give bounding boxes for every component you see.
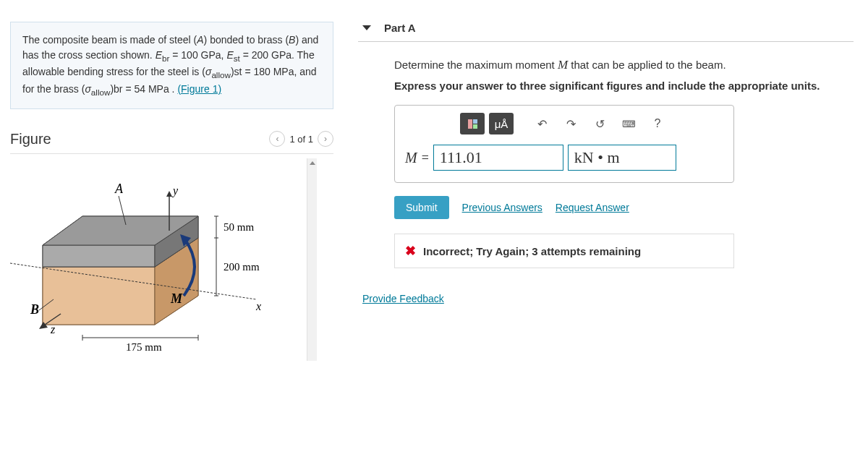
feedback-text: Incorrect; Try Again; 3 attempts remaini… <box>423 245 641 257</box>
help-button[interactable]: ? <box>645 113 670 134</box>
sym: E <box>226 49 233 61</box>
previous-answers-link[interactable]: Previous Answers <box>462 202 542 213</box>
figure-link[interactable]: (Figure 1) <box>177 83 221 95</box>
sym: E <box>156 49 162 61</box>
txt: )st <box>231 66 242 77</box>
svg-marker-1 <box>43 267 155 325</box>
question-var: M <box>558 58 568 72</box>
answer-box: μÅ ↶ ↷ ↺ ⌨ ? M = <box>394 105 734 183</box>
txt: The composite beam is made of steel ( <box>22 34 197 46</box>
svg-text:z: z <box>50 323 56 336</box>
svg-text:x: x <box>255 300 261 312</box>
collapse-caret-icon <box>362 25 371 30</box>
txt: = 100 GPa, <box>169 49 226 61</box>
answer-variable: M <box>405 150 417 166</box>
prev-figure-button[interactable]: ‹ <box>269 131 285 147</box>
feedback-message: ✖ Incorrect; Try Again; 3 attempts remai… <box>394 234 734 268</box>
templates-button[interactable] <box>460 113 485 134</box>
keyboard-icon: ⌨ <box>622 119 636 129</box>
request-answer-link[interactable]: Request Answer <box>556 202 629 213</box>
provide-feedback-link[interactable]: Provide Feedback <box>362 293 444 304</box>
incorrect-icon: ✖ <box>405 243 416 259</box>
help-icon: ? <box>655 117 661 130</box>
scroll-up-icon <box>310 161 315 165</box>
units-button[interactable]: μÅ <box>489 113 514 134</box>
var-a: A <box>197 34 203 46</box>
svg-marker-4 <box>43 245 155 267</box>
answer-toolbar: μÅ ↶ ↷ ↺ ⌨ ? <box>395 106 733 139</box>
sub: allow <box>211 70 231 80</box>
svg-text:50 mm: 50 mm <box>224 221 254 233</box>
svg-text:M: M <box>170 291 183 306</box>
undo-icon: ↶ <box>537 117 547 131</box>
sub: st <box>234 54 240 63</box>
part-header[interactable]: Part A <box>358 0 854 42</box>
redo-button[interactable]: ↷ <box>558 113 583 134</box>
equals-sign: = <box>422 150 429 166</box>
sym: σ <box>85 83 90 95</box>
svg-marker-8 <box>166 191 172 197</box>
figure-image: A y B z M x 50 mm 200 mm 175 mm <box>10 158 307 361</box>
figure-title: Figure <box>10 131 51 148</box>
answer-unit-input[interactable] <box>568 145 676 171</box>
sub: allow <box>91 87 111 96</box>
undo-button[interactable]: ↶ <box>529 113 554 134</box>
txt: ) bonded to brass ( <box>204 34 289 46</box>
question-text: Determine the maximum moment M that can … <box>394 58 854 72</box>
svg-text:A: A <box>114 181 124 196</box>
sub: br <box>162 54 169 63</box>
reset-icon: ↺ <box>595 117 605 131</box>
svg-text:B: B <box>30 302 39 317</box>
pager-text: 1 of 1 <box>289 134 313 145</box>
part-title: Part A <box>384 22 416 34</box>
templates-icon <box>468 119 477 129</box>
answer-value-input[interactable] <box>433 145 563 171</box>
svg-text:y: y <box>171 184 179 197</box>
next-figure-button[interactable]: › <box>318 131 333 147</box>
figure-scrollbar[interactable] <box>307 158 317 361</box>
svg-text:200 mm: 200 mm <box>224 261 260 273</box>
svg-text:175 mm: 175 mm <box>126 341 162 353</box>
problem-statement: The composite beam is made of steel (A) … <box>10 22 333 109</box>
answer-instruction: Express your answer to three significant… <box>394 80 854 92</box>
redo-icon: ↷ <box>566 117 576 131</box>
reset-button[interactable]: ↺ <box>587 113 612 134</box>
txt: )br <box>110 83 122 95</box>
figure-pager: ‹ 1 of 1 › <box>269 131 333 147</box>
submit-button[interactable]: Submit <box>394 196 449 219</box>
keyboard-button[interactable]: ⌨ <box>616 113 641 134</box>
txt: = 54 MPa . <box>123 83 178 95</box>
